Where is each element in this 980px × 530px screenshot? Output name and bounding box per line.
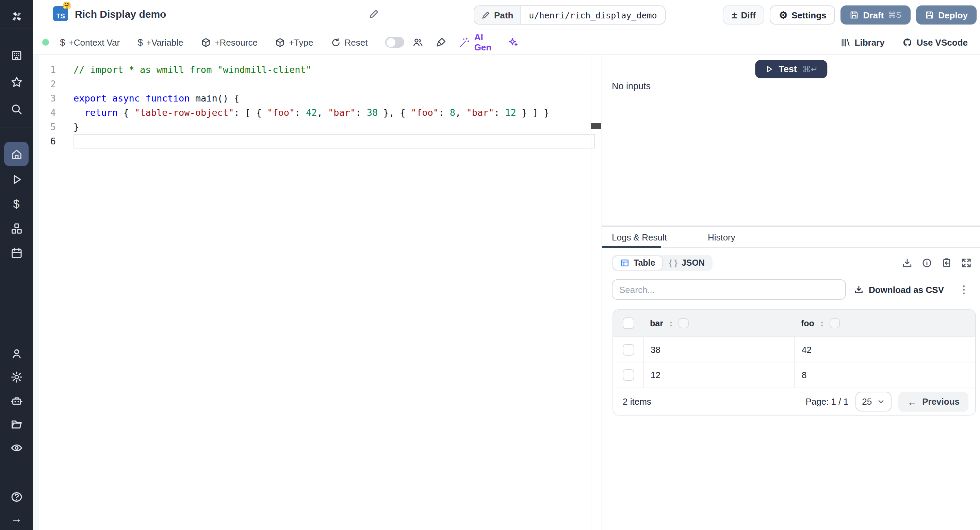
- column-filter-box[interactable]: [830, 318, 840, 328]
- test-shortcut: ⌘↵: [802, 64, 818, 74]
- tab-history[interactable]: History: [698, 232, 745, 242]
- previous-page-button[interactable]: ← Previous: [898, 391, 969, 412]
- active-tab-underline: [602, 246, 661, 248]
- copy-icon[interactable]: [941, 257, 952, 268]
- path-label: Path: [494, 10, 513, 20]
- path-edit-button[interactable]: Path: [474, 6, 520, 24]
- overview-cursor-mark: [591, 123, 601, 129]
- result-table: bar ↕ foo ↕ 3842128 2: [612, 309, 976, 415]
- table-cell: 8: [795, 362, 975, 388]
- edit-summary-pencil-icon[interactable]: [368, 9, 379, 22]
- ai-gen-button[interactable]: AI Gen: [459, 32, 492, 53]
- sidebar-divider: [0, 29, 33, 29]
- tab-logs-result[interactable]: Logs & Result: [602, 232, 676, 242]
- path-widget[interactable]: Path u/henri/rich_display_demo: [474, 5, 666, 24]
- sort-icon[interactable]: ↕: [820, 318, 824, 328]
- variables-icon[interactable]: $: [4, 192, 29, 216]
- row-checkbox[interactable]: [622, 369, 634, 381]
- sort-icon[interactable]: ↕: [669, 318, 673, 328]
- use-vscode-button[interactable]: Use VScode: [902, 37, 968, 47]
- search-icon[interactable]: [4, 97, 29, 121]
- draft-label: Draft: [863, 10, 884, 20]
- test-button[interactable]: Test ⌘↵: [755, 60, 827, 78]
- user-icon[interactable]: [4, 341, 29, 366]
- deploy-button[interactable]: Deploy: [916, 5, 977, 24]
- code-line[interactable]: [73, 77, 601, 91]
- table-cell: 42: [795, 337, 975, 362]
- select-all-checkbox[interactable]: [623, 318, 634, 329]
- workers-icon[interactable]: [4, 388, 29, 413]
- sidebar-divider: [0, 127, 33, 128]
- code-line[interactable]: // import * as wmill from "windmill-clie…: [73, 63, 601, 77]
- table-cell: 38: [644, 337, 795, 362]
- library-button[interactable]: Library: [840, 37, 885, 47]
- play-icon: [764, 65, 773, 73]
- sparkles-icon[interactable]: [508, 37, 519, 48]
- top-header: TS 🤗 Rich Display demo Path u/henri/rich…: [33, 0, 980, 30]
- editor-gutter: 123456: [33, 63, 73, 530]
- download-icon[interactable]: [902, 257, 913, 268]
- format-brush-icon[interactable]: [436, 37, 447, 48]
- table-icon: [620, 258, 630, 268]
- code-line[interactable]: }: [73, 120, 601, 134]
- favorites-icon[interactable]: [4, 69, 29, 94]
- download-csv-button[interactable]: Download as CSV: [854, 284, 944, 295]
- badge-emoji: 🤗: [63, 2, 71, 9]
- code-line[interactable]: export async function main() {: [73, 91, 601, 105]
- magic-wand-icon: [459, 37, 470, 48]
- braces-icon: { }: [669, 258, 677, 268]
- column-filter-box[interactable]: [679, 318, 689, 328]
- home-icon[interactable]: [4, 142, 29, 166]
- kebab-menu-icon[interactable]: ⋮: [959, 283, 969, 296]
- help-icon[interactable]: [4, 484, 29, 509]
- view-json-button[interactable]: { } JSON: [662, 256, 711, 270]
- windmill-logo[interactable]: [4, 4, 29, 29]
- draft-button[interactable]: Draft ⌘S: [841, 5, 911, 24]
- runs-icon[interactable]: [4, 167, 29, 192]
- settings-button[interactable]: ⚙ Settings: [770, 5, 835, 24]
- info-icon[interactable]: [921, 257, 932, 268]
- deploy-label: Deploy: [938, 10, 968, 20]
- diff-label: Diff: [741, 10, 756, 20]
- add-variable-button[interactable]: $ +Variable: [137, 37, 183, 48]
- chevron-down-icon: [877, 398, 885, 405]
- expand-icon[interactable]: [961, 257, 972, 268]
- dollar-icon: $: [60, 37, 65, 48]
- diff-button[interactable]: ± Diff: [723, 5, 765, 24]
- reset-button[interactable]: Reset: [331, 37, 368, 47]
- workspace-icon[interactable]: [4, 43, 29, 67]
- package-icon: [275, 37, 285, 47]
- package-icon: [201, 37, 211, 47]
- view-toggle: Table { } JSON: [612, 255, 713, 271]
- page-size-select[interactable]: 25: [855, 392, 891, 412]
- table-header: bar ↕ foo ↕: [613, 310, 975, 337]
- table-row: 3842: [613, 337, 975, 362]
- code-line[interactable]: [73, 134, 595, 148]
- pencil-icon: [481, 11, 490, 19]
- schedules-icon[interactable]: [4, 241, 29, 265]
- folders-icon[interactable]: [4, 412, 29, 436]
- download-icon: [854, 285, 864, 294]
- column-header-bar: bar: [650, 318, 663, 328]
- editor-margin: [33, 55, 39, 530]
- add-context-var-button[interactable]: $ +Context Var: [60, 37, 120, 48]
- draft-shortcut: ⌘S: [888, 10, 901, 20]
- search-input[interactable]: [612, 279, 846, 300]
- multiplayer-icon[interactable]: [412, 37, 423, 48]
- code-line[interactable]: return { "table-row-object": [ { "foo": …: [73, 105, 601, 120]
- inputs-pane: Test ⌘↵ No inputs: [602, 55, 980, 225]
- code-editor[interactable]: 123456 // import * as wmill from "windmi…: [33, 55, 601, 530]
- audit-logs-icon[interactable]: [4, 435, 29, 460]
- diff-mode-toggle[interactable]: [385, 37, 404, 48]
- column-header-foo: foo: [801, 318, 814, 328]
- reset-icon: [331, 37, 341, 47]
- add-resource-button[interactable]: +Resource: [201, 37, 257, 47]
- collapse-icon[interactable]: →: [4, 506, 29, 530]
- view-table-button[interactable]: Table: [613, 256, 662, 270]
- no-inputs-text: No inputs: [612, 81, 651, 91]
- add-type-button[interactable]: +Type: [275, 37, 313, 47]
- page-indicator: Page: 1 / 1: [805, 396, 848, 407]
- row-checkbox[interactable]: [622, 344, 634, 355]
- resources-icon[interactable]: [4, 216, 29, 241]
- settings-icon[interactable]: [4, 364, 29, 389]
